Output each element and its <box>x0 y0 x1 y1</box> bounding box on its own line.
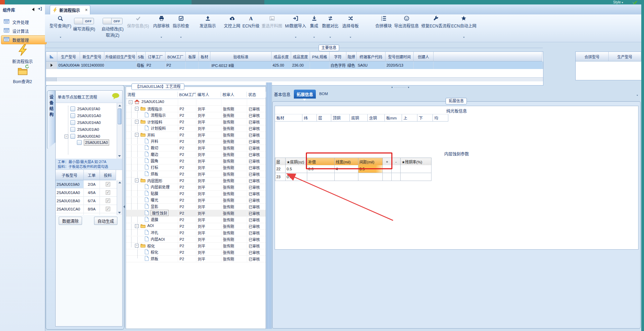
tree-expander-icon[interactable]: − <box>65 135 68 138</box>
horizontal-scrollbar[interactable] <box>46 77 543 81</box>
column-header[interactable]: 编写人 <box>196 92 221 97</box>
flow-row-2SA0U01JA0[interactable]: −2SA0U01JA0 <box>126 99 266 106</box>
column-header[interactable]: 终端客户代码 <box>357 52 386 61</box>
chevron-down-icon[interactable] <box>160 35 163 40</box>
column-header[interactable]: 创建人 <box>414 52 434 61</box>
toolbar-button-8[interactable]: AECN升级 <box>242 14 259 28</box>
flow-row-内层前处理[interactable]: 内层前处理P2刘平张传刚已审核 <box>126 184 266 191</box>
scrollbar-thumb[interactable] <box>46 78 57 81</box>
flow-row-打标[interactable]: 打标P2刘平张传刚已审核 <box>126 164 266 171</box>
column-header[interactable]: - <box>392 158 401 166</box>
column-header[interactable]: 纬 <box>302 114 317 122</box>
flow-row-烘板[interactable]: 烘板P2刘平张传刚已审核 <box>126 171 266 178</box>
flow-row-圆角[interactable]: 圆角P2刘平张传刚已审核 <box>126 158 266 164</box>
column-header[interactable]: 生产型号 <box>609 52 641 61</box>
table-row[interactable]: 2SA0U019A02/3A✓ <box>56 180 122 189</box>
column-header[interactable]: 底铜 <box>350 114 368 122</box>
sidebar-item-1[interactable]: 设计算法 <box>1 26 47 35</box>
column-header[interactable]: 升级前旧生产型号 <box>104 52 137 61</box>
toolbar-button-6[interactable]: 发送指示 <box>199 14 216 28</box>
column-header[interactable]: S板 <box>137 52 146 61</box>
column-header[interactable]: 投料 <box>100 170 116 180</box>
flow-row-计划投料[interactable]: −计划投料P2刘平张传刚已审核 <box>126 118 266 125</box>
style-menu[interactable]: Style ▾ <box>613 0 623 4</box>
device-structure-tab[interactable]: 设备结构 <box>47 90 55 149</box>
chevron-down-icon[interactable] <box>329 35 332 40</box>
chevron-down-icon[interactable] <box>636 92 639 98</box>
chevron-down-icon[interactable] <box>59 35 62 40</box>
column-header[interactable]: 下 <box>417 114 433 122</box>
scrollbar-thumb[interactable] <box>118 109 122 124</box>
etch-row-23[interactable]: 230.5 <box>275 173 432 181</box>
column-header[interactable]: 生产型号 <box>57 52 80 61</box>
table-row[interactable]: 0SA0U004A010012400000561母板P2P2IPC-6012 Ⅱ… <box>46 61 543 69</box>
flow-row-开料[interactable]: −开料P2刘平张传刚已审核 <box>126 132 266 138</box>
splitter-handle[interactable]: ▾ ·········· ▾ <box>391 86 433 89</box>
toggle-switch[interactable]: OFF <box>103 18 123 24</box>
column-header[interactable] <box>46 52 57 61</box>
toggle-switch[interactable]: OFF <box>74 18 94 24</box>
sidebar-item-2[interactable]: 数据管理 <box>1 35 47 44</box>
clear-data-button[interactable]: 数据清除 <box>59 217 82 225</box>
shortcut-bom-query[interactable]: Bom查询2 <box>0 66 45 84</box>
column-header[interactable]: 阻焊 <box>346 52 357 61</box>
flow-row-开料[interactable]: 开料P2刘平张传刚已审核 <box>126 138 266 145</box>
chevron-down-icon[interactable] <box>462 35 465 40</box>
tree-item-2SA0U01GA0[interactable]: 2SA0U01GA0 <box>56 113 114 119</box>
tree-checkbox[interactable] <box>70 106 75 111</box>
flow-row-贴膜[interactable]: 贴膜P2刘平张传刚已审核 <box>126 190 266 197</box>
close-icon[interactable]: × <box>85 8 88 12</box>
tree-item-2SA0U01FA0[interactable]: 2SA0U01FA0 <box>56 106 114 112</box>
flow-row-内层图形[interactable]: −内层图形P2刘平张传刚已审核 <box>126 177 266 184</box>
checkbox-checked[interactable]: ✓ <box>106 198 110 203</box>
column-header[interactable]: 线宽(mil) <box>335 158 358 166</box>
column-header[interactable]: ★底铜(oz) <box>286 158 307 166</box>
flow-row-棕化[interactable]: 棕化P2刘平张传刚已审核 <box>126 249 266 256</box>
column-header[interactable]: 型号创建时间 <box>386 52 414 61</box>
collapse-left-icon[interactable] <box>32 7 35 13</box>
column-header[interactable]: 上 <box>402 114 417 122</box>
flow-row-磨边[interactable]: 磨边P2刘平张传刚已审核 <box>126 151 266 158</box>
column-header[interactable]: 成品宽度 <box>291 52 310 61</box>
tree-expander-icon[interactable]: − <box>135 120 139 124</box>
tree-expander-icon[interactable]: − <box>129 100 133 104</box>
column-header[interactable] <box>434 52 542 61</box>
panel-splitter-left[interactable] <box>123 85 126 329</box>
cancel-button-label[interactable]: 取消(Z) <box>102 32 124 38</box>
auto-generate-button[interactable]: 自动生成 <box>94 217 117 225</box>
checkbox-checked[interactable]: ✓ <box>106 207 110 211</box>
toolbar-button-0[interactable]: 型号查询(F) <box>49 14 71 28</box>
flow-row-计划投料[interactable]: 计划投料P2刘平张传刚已审核 <box>126 125 266 132</box>
column-header[interactable]: 验收标准 <box>210 52 272 61</box>
dock-pin-icon[interactable] <box>37 7 42 13</box>
flow-row-AOI[interactable]: −AOIP2刘平张传刚已审核 <box>126 223 266 230</box>
column-header[interactable]: 板厚 <box>186 52 199 61</box>
flow-row-流程指示[interactable]: 流程指示P2刘平张传刚已审核 <box>126 112 266 119</box>
etch-row-22[interactable]: 220.50.643.5 <box>275 165 432 173</box>
tree-item-2SA0U01IA0[interactable]: 2SA0U01IA0 <box>56 126 114 133</box>
tree-scrollbar[interactable] <box>117 103 122 159</box>
tab-extended-info[interactable]: 拓展信息 <box>294 90 316 99</box>
tab-new-flow[interactable]: 新流程指示× <box>50 5 90 14</box>
flow-row-内层AOI[interactable]: 内层AOIP2刘平张传刚已审核 <box>126 236 266 243</box>
chevron-down-icon[interactable] <box>294 35 297 40</box>
column-header[interactable]: 均 <box>433 114 448 122</box>
flow-row-退膜[interactable]: 退膜P2刘平张传刚已审核 <box>126 216 266 223</box>
toolbar-button-16[interactable]: 修复ECN丢流程 <box>421 14 450 28</box>
column-header[interactable]: BOM工厂 <box>178 92 196 97</box>
column-header[interactable]: PNL规格 <box>310 52 330 61</box>
flow-row-流程指示[interactable]: −流程指示P2刘平张传刚已审核 <box>126 105 266 112</box>
subboard-scrollbar[interactable] <box>117 180 122 215</box>
toolbar-button-10[interactable]: MI数据导入 <box>285 14 306 28</box>
tree-checkbox[interactable] <box>70 120 75 125</box>
tree-expander-icon[interactable]: − <box>135 224 139 228</box>
table-row[interactable]: 2SA0U01AA04/5A✓ <box>56 189 122 197</box>
column-header[interactable]: + <box>383 158 392 166</box>
flow-row-烘板[interactable]: 烘板P2刘平张传刚已审核 <box>126 255 266 262</box>
toolbar-button-17[interactable]: ECN自动上网 <box>451 14 476 28</box>
flow-row-曝光[interactable]: 曝光P2刘平张传刚已审核 <box>126 197 266 204</box>
table-row[interactable]: ✓ <box>56 213 122 215</box>
toolbar-button-2[interactable]: OFF启动修改(E)取消(Z) <box>102 14 124 38</box>
tree-checkbox[interactable] <box>70 113 75 118</box>
column-header[interactable]: 订单工厂 <box>146 52 165 61</box>
